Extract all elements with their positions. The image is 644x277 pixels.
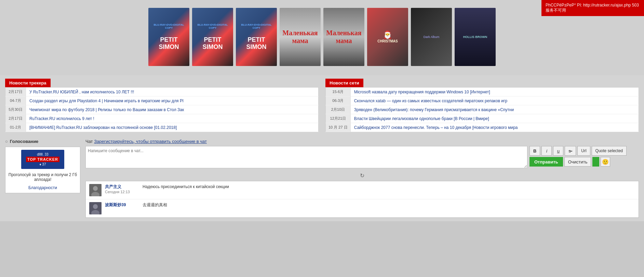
cover-xmas[interactable]: 🎅 CHRISTMAS (367, 8, 408, 66)
cover-label: HOLLIS BROWN (462, 34, 489, 40)
chat-controls: B i u s- Url Quote selected Отправить Оч… (529, 146, 639, 167)
cover-label: BLU-RAY•DVD•DIGITAL COPY PETITSIMON (236, 22, 277, 52)
svg-point-4 (93, 204, 98, 209)
vote-badge[interactable]: dlllll. 33 TOP TRACKER ♦ 37 (21, 150, 64, 169)
online-indicator (592, 157, 599, 167)
table-row: 2月17日 У RuTracker.RU ЮБИЛЕЙ , нам исполн… (5, 88, 319, 96)
avatar (89, 202, 102, 214)
cover-mama1[interactable]: Маленькаямама (280, 8, 321, 66)
error-text: PhCCPëP±PeP° PI: http://rutracker.ru/aja… (546, 3, 639, 13)
bold-button[interactable]: B (529, 146, 540, 156)
chat-area: Чат Зарегистрируйтесь, чтобы отправить с… (85, 139, 639, 218)
news-title[interactable]: Microsoft назвала дату прекращения подде… (350, 88, 639, 96)
vote-section: Голосование dlllll. 33 TOP TRACKER ♦ 37 … (5, 139, 80, 193)
news-title[interactable]: Сайборджнок 2077 снова перенесли. Теперь… (350, 123, 639, 132)
tracker-news-header: Новости трекера (5, 79, 51, 87)
clear-button[interactable]: Очистить (564, 157, 591, 167)
chat-input[interactable] (85, 146, 527, 168)
news-date: 01-2月 (5, 123, 26, 132)
news-title[interactable]: RuTracker.RU исполнилось 9 лет ! (26, 114, 319, 123)
chat-username[interactable]: 共产主义 (105, 184, 139, 190)
user-info: 共产主义 Сегодня 12:13 (105, 184, 139, 194)
web-news-header: Новости сети (325, 79, 363, 87)
cover-dark2[interactable]: HOLLIS BROWN (455, 8, 496, 66)
news-title[interactable]: Скончался xatab — один из самых известны… (350, 96, 639, 105)
news-title[interactable]: [ВНИМАНИЕ] RuTracker.RU заблокирован на … (26, 123, 319, 132)
italic-button[interactable]: i (541, 146, 552, 156)
user-info: 波斯斯炒39 (105, 202, 139, 208)
chat-message: 共产主义 Сегодня 12:13 Надеюсь присоединитьс… (86, 181, 639, 199)
table-row: 15-6月 Microsoft назвала дату прекращения… (326, 88, 639, 96)
table-row: 10 月 27 日 Сайборджнок 2077 снова перенес… (326, 123, 639, 132)
error-overlay: PhCCPëP±PeP° PI: http://rutracker.ru/aja… (541, 0, 644, 16)
chat-input-row: B i u s- Url Quote selected Отправить Оч… (85, 146, 639, 168)
cover-bluray2[interactable]: BLU-RAY•DVD•DIGITAL COPY PETITSIMON (192, 8, 233, 66)
register-link[interactable]: Зарегистрируйтесь, чтобы отправить сообщ… (94, 139, 207, 144)
chat-message: 波斯斯炒39 去週週的真相 (86, 199, 639, 217)
chat-messages: 共产主义 Сегодня 12:13 Надеюсь присоединитьс… (85, 181, 639, 218)
badge-line3: ♦ 37 (39, 162, 46, 166)
news-date: 5月30日 (5, 105, 26, 114)
news-date: 15-6月 (326, 88, 351, 96)
table-row: 2月17日 RuTracker.RU исполнилось 9 лет ! (5, 114, 319, 123)
news-date: 04-7月 (5, 96, 26, 105)
chat-message-text: Надеюсь присоединиться к китайской секци… (143, 184, 635, 190)
web-news-section: Новости сети 15-6月 Microsoft назвала дат… (325, 79, 639, 132)
sidebar: Голосование dlllll. 33 TOP TRACKER ♦ 37 … (5, 139, 80, 218)
news-title[interactable]: Создан раздел игры для Playstation 4 | Н… (26, 96, 319, 105)
svg-point-1 (93, 186, 98, 191)
quote-button[interactable]: Quote selected (592, 146, 627, 156)
cover-bluray3[interactable]: BLU-RAY•DVD•DIGITAL COPY PETITSIMON (236, 8, 277, 66)
news-date: 06-3月 (326, 96, 351, 105)
chat-message-text: 去週週的真相 (143, 202, 635, 208)
news-row: Новости трекера 2月17日 У RuTracker.RU ЮБИ… (0, 75, 644, 135)
sidebar-title: Голосование (5, 139, 80, 144)
cover-bluray1[interactable]: BLU-RAY•DVD•DIGITAL COPY PETITSIMON (148, 8, 189, 66)
strike-button[interactable]: s- (565, 146, 576, 156)
cover-label: BLU-RAY•DVD•DIGITAL COPY PETITSIMON (148, 22, 189, 52)
url-button[interactable]: Url (577, 146, 590, 156)
cover-mama2[interactable]: Маленькаямама (323, 8, 364, 66)
news-title[interactable]: Чемпионат мира по футболу 2018 | Релизы … (26, 105, 319, 114)
news-title[interactable]: У RuTracker.RU ЮБИЛЕЙ , нам исполнилось … (26, 88, 319, 96)
avatar-image (89, 202, 102, 214)
news-title[interactable]: Зряводен (Великобритания): почему Герман… (350, 105, 639, 114)
news-date: 2月17日 (5, 114, 26, 123)
web-news-table: 15-6月 Microsoft назвала дату прекращения… (325, 87, 639, 132)
tracker-news-section: Новости трекера 2月17日 У RuTracker.RU ЮБИ… (5, 79, 319, 132)
table-row: 06-3月 Скончался xatab — один из самых из… (326, 96, 639, 105)
tracker-news-table: 2月17日 У RuTracker.RU ЮБИЛЕЙ , нам исполн… (5, 87, 319, 132)
emoji-button[interactable]: 🙂 (601, 157, 610, 167)
news-title[interactable]: Власти Швейцарии легализовали однополые … (350, 114, 639, 123)
badge-line2: TOP TRACKER (26, 157, 59, 162)
avatar-image (89, 184, 102, 196)
table-row: 2月10日 Зряводен (Великобритания): почему … (326, 105, 639, 114)
cover-dark1[interactable]: Dark Album (411, 8, 452, 66)
cover-label: Маленькаямама (281, 28, 319, 46)
news-date: 2月10日 (326, 105, 351, 114)
badge-line1: dlllll. 33 (37, 153, 48, 156)
underline-button[interactable]: u (553, 146, 563, 156)
refresh-icon[interactable]: ↻ (360, 172, 364, 179)
chat-username[interactable]: 波斯斯炒39 (105, 202, 139, 208)
news-date: 12月21日 (326, 114, 351, 123)
chat-time: Сегодня 12:13 (105, 190, 139, 194)
table-row: 01-2月 [ВНИМАНИЕ] RuTracker.RU заблокиров… (5, 123, 319, 132)
table-row: 12月21日 Власти Швейцарии легализовали одн… (326, 114, 639, 123)
news-date: 2月17日 (5, 88, 26, 96)
thanks-link[interactable]: Благодарности (28, 185, 57, 190)
vote-box: dlllll. 33 TOP TRACKER ♦ 37 Проголосуй з… (5, 147, 80, 193)
news-date: 10 月 27 日 (326, 123, 351, 132)
cover-label: BLU-RAY•DVD•DIGITAL COPY PETITSIMON (192, 22, 233, 52)
table-row: 5月30日 Чемпионат мира по футболу 2018 | Р… (5, 105, 319, 114)
cover-label: Dark Album (422, 34, 441, 40)
cover-label: 🎅 CHRISTMAS (376, 29, 399, 44)
carousel-area: BLU-RAY•DVD•DIGITAL COPY PETITSIMON BLU-… (0, 0, 644, 75)
chat-refresh-row: ↻ (85, 170, 639, 181)
chat-header: Чат Зарегистрируйтесь, чтобы отправить с… (85, 139, 639, 144)
bottom-area: Голосование dlllll. 33 TOP TRACKER ♦ 37 … (0, 135, 644, 221)
avatar (89, 184, 102, 196)
cover-label: Маленькаямама (325, 28, 363, 46)
send-button[interactable]: Отправить (529, 157, 563, 167)
vote-text: Проголосуй за трекер и получи 2 Гб аплоа… (8, 171, 77, 183)
